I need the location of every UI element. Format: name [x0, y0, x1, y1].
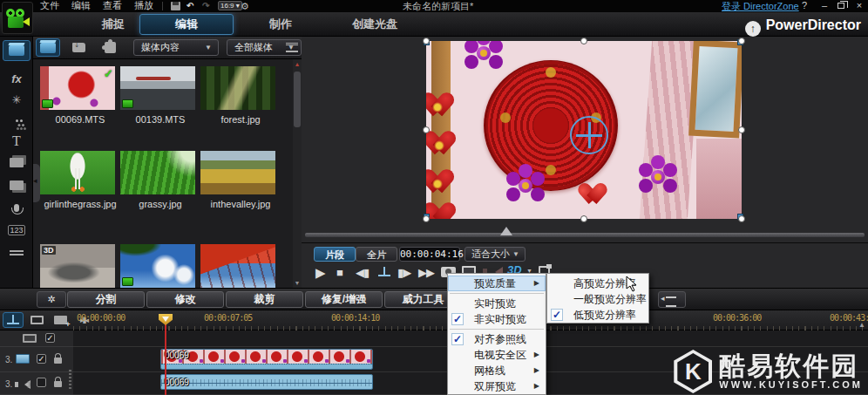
- restore-button[interactable]: [834, 0, 848, 11]
- track1-enable-checkbox[interactable]: ✓: [45, 333, 55, 343]
- tab-capture[interactable]: 捕捉: [83, 12, 144, 37]
- magic-wand-button[interactable]: ✲: [37, 291, 66, 308]
- track3-video-lock-icon[interactable]: [54, 358, 62, 364]
- menu-view[interactable]: 查看: [98, 0, 127, 12]
- audio-clip-00069[interactable]: 00069: [160, 374, 373, 390]
- resize-handle[interactable]: [580, 215, 587, 222]
- track-manager-button[interactable]: [658, 291, 686, 308]
- save-icon[interactable]: [171, 2, 180, 10]
- trim-button[interactable]: 裁剪: [226, 291, 303, 308]
- timecode-display[interactable]: 00:00:04:16: [399, 247, 460, 262]
- seek-marker-icon[interactable]: [378, 269, 390, 276]
- menu-item-realtime-preview[interactable]: 实时预览: [448, 296, 546, 311]
- track3-audio-lock-icon[interactable]: [54, 381, 62, 387]
- media-content-button[interactable]: [36, 38, 60, 57]
- resize-handle[interactable]: [423, 215, 430, 222]
- preview-video[interactable]: [426, 41, 742, 219]
- media-item[interactable]: [200, 244, 281, 288]
- library-menu-icon[interactable]: [286, 43, 298, 52]
- media-item[interactable]: ✓ 00069.MTS: [40, 66, 120, 125]
- stop-button[interactable]: ■: [336, 265, 342, 281]
- voiceover-room-button[interactable]: [3, 197, 31, 218]
- menu-item-gridlines[interactable]: 网格线▶: [448, 363, 546, 378]
- track3-video-checkbox[interactable]: ✓: [37, 354, 46, 364]
- media-item[interactable]: grassy.jpg: [120, 151, 200, 209]
- tab-produce[interactable]: 制作: [250, 12, 311, 37]
- menu-file[interactable]: 文件: [35, 0, 64, 12]
- media-item[interactable]: girlinthegrass.jpg: [40, 151, 120, 209]
- media-thumbnail[interactable]: [120, 244, 195, 288]
- title-room-button[interactable]: T: [3, 131, 31, 152]
- media-thumbnail[interactable]: [40, 151, 115, 194]
- import-media-button[interactable]: [66, 38, 91, 57]
- undo-icon[interactable]: ↶: [186, 1, 193, 10]
- transition-room-button[interactable]: [3, 152, 31, 173]
- media-thumbnail[interactable]: [120, 151, 195, 194]
- audio-mixing-room-button[interactable]: [3, 174, 31, 195]
- aspect-ratio-selector[interactable]: 16:9 ▾: [218, 1, 242, 10]
- pip-objects-room-button[interactable]: ✳: [3, 89, 31, 110]
- resize-handle[interactable]: [580, 37, 587, 44]
- menu-item-snap-reference-lines[interactable]: ✓对齐参照线: [448, 331, 546, 347]
- next-frame-button[interactable]: ▮▶: [397, 265, 410, 281]
- previous-frame-button[interactable]: ◀▮: [356, 265, 369, 281]
- login-directorzone-link[interactable]: 登录 DirectorZone: [722, 0, 799, 12]
- scroll-down-icon[interactable]: ▼: [293, 280, 302, 286]
- media-thumbnail[interactable]: [200, 151, 275, 194]
- library-scrollbar[interactable]: ▲ ▼: [293, 59, 302, 288]
- modify-button[interactable]: 修改: [146, 291, 224, 308]
- video-clip-00069[interactable]: 00069: [160, 349, 373, 370]
- media-item[interactable]: [120, 244, 200, 288]
- media-thumbnail[interactable]: [200, 244, 275, 288]
- preview-seekbar[interactable]: [305, 233, 865, 237]
- menu-edit[interactable]: 编辑: [66, 0, 96, 12]
- scrollbar-thumb[interactable]: [294, 72, 301, 127]
- seekbar-thumb[interactable]: [500, 227, 512, 235]
- timeline-view-button[interactable]: [3, 312, 24, 328]
- media-thumbnail[interactable]: [200, 66, 275, 110]
- panel-collapse-handle[interactable]: [33, 164, 40, 202]
- menu-item-tv-safe-zone[interactable]: 电视安全区▶: [448, 347, 546, 363]
- menu-item-dual-preview[interactable]: 双屏预览▶: [448, 378, 546, 394]
- tab-create-disc[interactable]: 创建光盘: [336, 12, 414, 37]
- split-button[interactable]: 分割: [67, 291, 145, 308]
- subtitle-room-button[interactable]: [3, 241, 31, 262]
- position-crosshair[interactable]: [576, 122, 602, 148]
- storyboard-view-button[interactable]: [26, 312, 47, 328]
- chapter-room-button[interactable]: 123: [3, 220, 31, 241]
- resize-handle[interactable]: [738, 126, 745, 133]
- zoom-fit-dropdown[interactable]: 适合大小▼: [465, 247, 526, 262]
- media-item[interactable]: 00139.MTS: [120, 66, 200, 125]
- particle-room-button[interactable]: [3, 110, 31, 131]
- menu-item-normal-preview-resolution[interactable]: 一般预览分辨率: [547, 291, 648, 307]
- media-item[interactable]: inthevalley.jpg: [200, 151, 281, 209]
- menu-item-preview-quality[interactable]: 预览质量▶: [448, 276, 546, 291]
- media-thumbnail[interactable]: ✓: [40, 66, 115, 110]
- minimize-button[interactable]: –: [817, 0, 831, 11]
- fix-enhance-button[interactable]: 修复/增强: [305, 291, 383, 308]
- resize-handle[interactable]: [423, 126, 430, 133]
- plugin-button[interactable]: [98, 38, 122, 57]
- media-thumbnail[interactable]: [120, 66, 195, 110]
- playhead-line[interactable]: [165, 314, 166, 395]
- tab-edit[interactable]: 编辑: [139, 14, 234, 35]
- media-item[interactable]: forest.jpg: [200, 66, 281, 125]
- menu-item-nonrealtime-preview[interactable]: ✓非实时预览: [448, 311, 546, 327]
- media-room-button[interactable]: [3, 40, 31, 61]
- movie-mode-button[interactable]: 全片: [356, 247, 397, 262]
- media-thumbnail[interactable]: 3D: [40, 244, 115, 288]
- clip-mode-button[interactable]: 片段: [314, 247, 356, 262]
- track-resize-handle[interactable]: [69, 370, 71, 391]
- resize-handle[interactable]: [738, 37, 745, 44]
- add-track-button[interactable]: [50, 312, 71, 328]
- scroll-up-icon[interactable]: ▲: [293, 61, 302, 67]
- help-button[interactable]: ?: [797, 0, 811, 11]
- effects-room-button[interactable]: fx: [3, 68, 31, 89]
- fast-forward-button[interactable]: ▶▶: [418, 265, 434, 281]
- close-button[interactable]: ×: [852, 0, 866, 11]
- resize-handle[interactable]: [738, 215, 745, 222]
- redo-icon[interactable]: ↷: [202, 1, 209, 10]
- menu-play[interactable]: 播放: [129, 0, 159, 12]
- media-item[interactable]: 3D: [40, 244, 120, 288]
- menu-item-low-preview-resolution[interactable]: ✓低预览分辨率: [547, 307, 648, 323]
